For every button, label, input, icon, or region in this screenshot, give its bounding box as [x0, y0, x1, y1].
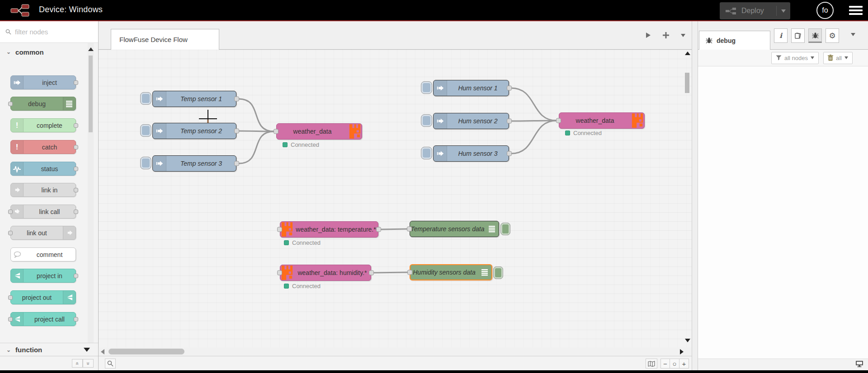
- debug-message-list[interactable]: [698, 66, 868, 359]
- flow-tab[interactable]: FlowFuse Device Flow: [111, 29, 219, 50]
- sidebar-tab-bar: debug i ⚙: [698, 21, 868, 50]
- input-port[interactable]: [407, 227, 412, 232]
- palette-node-project-in[interactable]: project in: [10, 269, 76, 283]
- palette-node-inject[interactable]: inject: [10, 75, 76, 89]
- scroll-down-arrow[interactable]: [685, 339, 690, 342]
- palette-search[interactable]: [0, 21, 98, 43]
- debug-toggle-button[interactable]: [500, 223, 510, 235]
- deploy-options-caret[interactable]: [776, 6, 786, 16]
- tab-scroll-right-icon[interactable]: [646, 32, 651, 38]
- palette-category-function[interactable]: ⌄ function: [0, 343, 98, 356]
- palette-filter-input[interactable]: [15, 28, 83, 36]
- sidebar-tabs-caret[interactable]: [851, 33, 855, 36]
- output-port[interactable]: [507, 151, 512, 156]
- navigator-toggle-button[interactable]: [646, 359, 657, 368]
- palette-node-catch[interactable]: ! catch: [10, 140, 76, 154]
- canvas-vertical-scrollbar[interactable]: [684, 50, 692, 348]
- inject-button[interactable]: [421, 147, 432, 159]
- palette-node-complete[interactable]: ! complete: [10, 118, 76, 132]
- flow-canvas[interactable]: Temp sensor 1 Temp sensor 2 Temp sensor …: [99, 50, 692, 348]
- input-port[interactable]: [556, 118, 561, 123]
- node-weather-data-humidity[interactable]: weather_data: humidity.*: [280, 265, 371, 281]
- debug-toggle-button[interactable]: [493, 266, 503, 279]
- status-dot: [283, 142, 288, 147]
- node-debug-temperature[interactable]: Temperature sensors data: [410, 221, 499, 237]
- sidebar-resize-handle[interactable]: [692, 21, 698, 370]
- scrollbar-thumb[interactable]: [89, 56, 93, 132]
- debug-filter-button[interactable]: all nodes: [771, 52, 819, 64]
- output-port[interactable]: [234, 129, 239, 134]
- palette-category-common[interactable]: ⌄ common: [0, 44, 98, 60]
- open-window-button[interactable]: [855, 360, 863, 368]
- input-port[interactable]: [407, 270, 412, 275]
- input-port[interactable]: [277, 270, 282, 275]
- output-port: [74, 317, 78, 322]
- node-hum-sensor-3[interactable]: Hum sensor 3: [433, 145, 509, 162]
- user-avatar[interactable]: fo: [816, 2, 834, 19]
- node-hum-sensor-2[interactable]: Hum sensor 2: [433, 113, 509, 129]
- canvas-footer: − ○ +: [99, 356, 692, 370]
- expand-all-button[interactable]: »: [83, 359, 94, 368]
- node-temp-sensor-1[interactable]: Temp sensor 1: [152, 91, 236, 107]
- palette-node-debug[interactable]: debug: [10, 97, 76, 111]
- palette-node-project-call[interactable]: project call: [10, 312, 76, 326]
- link-call-icon: [11, 205, 24, 218]
- inject-button[interactable]: [421, 81, 432, 94]
- input-port[interactable]: [274, 129, 278, 134]
- add-flow-icon[interactable]: [663, 32, 669, 38]
- node-weather-data-left[interactable]: weather_data: [276, 123, 362, 140]
- scroll-down-arrow[interactable]: [84, 348, 90, 352]
- node-weather-data-right[interactable]: weather_data: [559, 112, 645, 129]
- main-menu-button[interactable]: [849, 6, 863, 15]
- palette-node-project-out[interactable]: project out: [10, 290, 76, 304]
- output-port[interactable]: [369, 270, 374, 275]
- scrollbar-thumb[interactable]: [685, 73, 689, 93]
- palette-node-status[interactable]: status: [10, 162, 76, 176]
- avatar-initials: fo: [822, 6, 828, 14]
- flow-list-caret[interactable]: [681, 34, 685, 37]
- node-palette: ⌄ common inject debug ! complete ! catch…: [0, 21, 99, 370]
- info-tab-button[interactable]: i: [774, 28, 788, 43]
- help-tab-button[interactable]: [791, 28, 805, 43]
- palette-scrollbar[interactable]: [88, 43, 94, 343]
- inject-button[interactable]: [140, 157, 151, 169]
- output-port[interactable]: [507, 119, 512, 124]
- inject-button[interactable]: [421, 114, 432, 127]
- deploy-button[interactable]: Deploy: [720, 2, 790, 19]
- debug-clear-button[interactable]: all: [823, 52, 853, 64]
- inject-button[interactable]: [140, 92, 151, 105]
- node-temp-sensor-3[interactable]: Temp sensor 3: [152, 155, 236, 172]
- sidebar-tab-debug[interactable]: debug: [699, 31, 770, 50]
- zoom-reset-button[interactable]: ○: [670, 359, 679, 368]
- palette-node-link-call[interactable]: link call: [10, 205, 76, 219]
- output-port[interactable]: [234, 161, 239, 166]
- node-debug-humidity[interactable]: Humidity sensors data: [410, 264, 492, 280]
- scroll-right-arrow[interactable]: [680, 349, 684, 354]
- input-port[interactable]: [277, 227, 282, 232]
- canvas-search-button[interactable]: [105, 359, 116, 368]
- page-title: Device: Windows: [39, 5, 103, 14]
- node-weather-data-temperature[interactable]: weather_data: temperature.*: [280, 221, 378, 238]
- input-port: [8, 102, 13, 106]
- category-label: function: [15, 346, 42, 354]
- inject-button[interactable]: [140, 124, 151, 137]
- config-tab-button[interactable]: ⚙: [826, 28, 839, 43]
- output-port[interactable]: [376, 227, 381, 232]
- zoom-out-button[interactable]: −: [660, 359, 670, 368]
- scrollbar-thumb[interactable]: [108, 349, 184, 354]
- scroll-up-arrow[interactable]: [88, 47, 94, 51]
- collapse-all-button[interactable]: «: [72, 359, 83, 368]
- output-port[interactable]: [507, 86, 512, 91]
- palette-node-comment[interactable]: comment: [10, 247, 76, 261]
- node-temp-sensor-2[interactable]: Temp sensor 2: [152, 123, 236, 139]
- scroll-left-arrow[interactable]: [101, 349, 104, 354]
- zoom-in-button[interactable]: +: [679, 359, 689, 368]
- status-waveform-icon: [11, 162, 24, 175]
- output-port[interactable]: [234, 97, 239, 102]
- debug-tab-button[interactable]: [808, 28, 822, 43]
- node-hum-sensor-1[interactable]: Hum sensor 1: [433, 80, 509, 96]
- scroll-up-arrow[interactable]: [685, 51, 690, 55]
- palette-node-link-out[interactable]: link out: [10, 226, 76, 240]
- palette-node-link-in[interactable]: link in: [10, 183, 76, 197]
- canvas-horizontal-scrollbar[interactable]: [99, 348, 692, 356]
